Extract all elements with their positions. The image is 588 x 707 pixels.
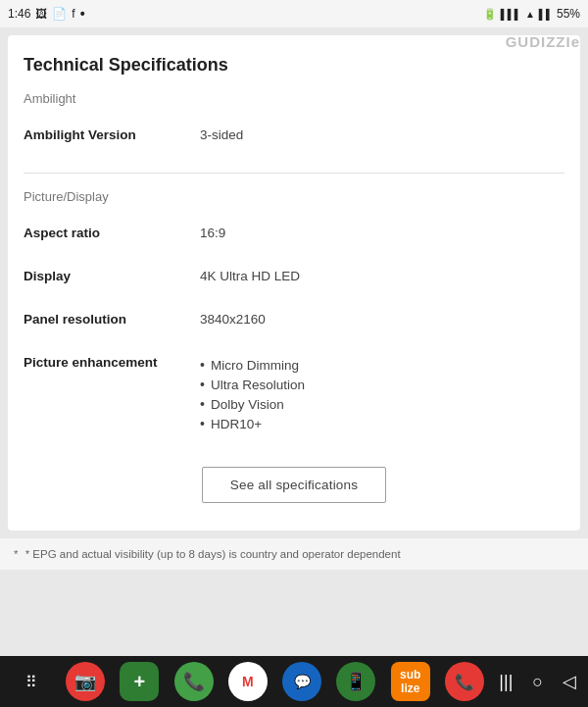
whatsapp-app-button[interactable]: 📱 <box>336 662 375 701</box>
ambilight-version-label: Ambilight Version <box>24 127 200 142</box>
ambilight-version-value: 3-sided <box>200 127 564 142</box>
ambilight-category-label: Ambilight <box>24 91 564 106</box>
gmail-app-button[interactable]: M <box>228 662 268 701</box>
back-button[interactable]: ◁ <box>563 671 576 692</box>
see-all-specifications-button[interactable]: See all specifications <box>202 467 386 503</box>
ambilight-section: Ambilight Ambilight Version 3-sided <box>24 91 564 161</box>
file-icon: 📄 <box>52 7 67 21</box>
panel-resolution-row: Panel resolution 3840x2160 <box>24 302 564 345</box>
watermark: GUDIZZIe <box>506 33 580 50</box>
display-value: 4K Ultra HD LED <box>200 269 564 283</box>
asterisk-icon: * <box>14 548 18 560</box>
display-row: Display 4K Ultra HD LED <box>24 259 564 302</box>
battery-percent: 55% <box>557 7 580 21</box>
footer-note-text: * EPG and actual visibility (up to 8 day… <box>25 548 401 560</box>
ambilight-version-row: Ambilight Version 3-sided <box>24 118 564 161</box>
aspect-ratio-value: 16:9 <box>200 226 564 240</box>
picture-enhancement-row: Picture enhancement Micro Dimming Ultra … <box>24 345 564 443</box>
signal2-icon: ▌▌ <box>539 9 553 20</box>
wifi-icon: ▲ <box>525 9 535 20</box>
list-item: HDR10+ <box>200 414 564 433</box>
battery-icon: 🔋 <box>483 8 497 21</box>
sublize-app-button[interactable]: sublize <box>391 662 430 701</box>
picture-enhancement-label: Picture enhancement <box>24 355 200 370</box>
camera-app-button[interactable]: 📷 <box>66 662 105 701</box>
photo-icon: 🖼 <box>35 7 47 21</box>
panel-resolution-label: Panel resolution <box>24 312 200 327</box>
phone-app-button[interactable]: 📞 <box>174 662 214 701</box>
tel2-app-button[interactable]: 📞 <box>445 662 484 701</box>
list-item: Ultra Resolution <box>200 375 564 394</box>
panel-resolution-value: 3840x2160 <box>200 312 564 327</box>
list-item: Micro Dimming <box>200 355 564 375</box>
picture-display-label: Picture/Display <box>24 189 564 204</box>
status-bar: 1:46 🖼 📄 f • 🔋 ▌▌▌ ▲ ▌▌ 55% <box>0 0 588 27</box>
recent-apps-button[interactable]: ||| <box>499 672 513 692</box>
picture-enhancement-list: Micro Dimming Ultra Resolution Dolby Vis… <box>200 355 564 433</box>
see-all-container: See all specifications <box>24 467 564 503</box>
display-label: Display <box>24 269 200 283</box>
section-divider <box>24 173 564 174</box>
apps-grid-button[interactable]: ⠿ <box>12 662 51 701</box>
time-display: 1:46 <box>8 7 30 21</box>
page-title: Technical Specifications <box>24 55 564 76</box>
aspect-ratio-row: Aspect ratio 16:9 <box>24 216 564 259</box>
picture-enhancement-value: Micro Dimming Ultra Resolution Dolby Vis… <box>200 355 564 433</box>
list-item: Dolby Vision <box>200 394 564 414</box>
status-bar-left: 1:46 🖼 📄 f • <box>8 6 85 22</box>
footer-note: * * EPG and actual visibility (up to 8 d… <box>0 538 588 570</box>
picture-display-section: Picture/Display Aspect ratio 16:9 Displa… <box>24 189 564 443</box>
nav-bar: ⠿ 📷 + 📞 M 💬 📱 sublize 📞 ||| ○ ◁ <box>0 656 588 707</box>
messages-app-button[interactable]: 💬 <box>282 662 321 701</box>
signal-icon: ▌▌▌ <box>501 9 521 20</box>
dot-indicator: • <box>80 6 85 22</box>
main-content: Technical Specifications Ambilight Ambil… <box>8 35 580 530</box>
home-button[interactable]: ○ <box>532 672 543 692</box>
aspect-ratio-label: Aspect ratio <box>24 226 200 240</box>
add-app-button[interactable]: + <box>120 662 159 701</box>
status-bar-right: 🔋 ▌▌▌ ▲ ▌▌ 55% <box>483 7 580 21</box>
system-nav-icons: ||| ○ ◁ <box>499 671 576 692</box>
facebook-icon: f <box>72 7 74 21</box>
